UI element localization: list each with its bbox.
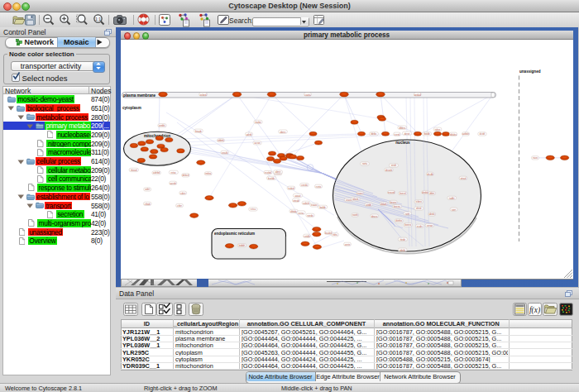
svg-text:caota: caota [304, 93, 310, 96]
svg-text:adrdt: adrdt [246, 132, 251, 136]
svg-text:arete: arete [344, 242, 350, 246]
svg-text:roedo: roedo [307, 213, 313, 217]
svg-text:cetdb: cetdb [304, 234, 309, 237]
svg-text:obbrb: obbrb [218, 139, 224, 142]
svg-text:dbbro: dbbro [399, 126, 405, 129]
svg-text:ctbab: ctbab [144, 202, 150, 205]
svg-text:nucleus: nucleus [395, 141, 410, 145]
svg-text:eaaoc: eaaoc [311, 203, 318, 207]
svg-text:ttdra: ttdra [333, 233, 337, 237]
svg-text:cytoplasm: cytoplasm [122, 105, 141, 109]
svg-text:aobde: aobde [462, 132, 468, 136]
svg-text:derot: derot [404, 131, 409, 135]
svg-text:rbeod: rbeod [131, 169, 137, 172]
svg-text:ecobd: ecobd [265, 171, 271, 174]
svg-text:becea: becea [394, 205, 400, 208]
svg-text:unassigned: unassigned [519, 69, 541, 73]
svg-text:deoob: deoob [385, 168, 391, 171]
svg-text:bdddt: bdddt [238, 244, 244, 247]
svg-text:redoa: redoa [204, 172, 211, 175]
svg-text:tcbeo: tcbeo [415, 200, 421, 203]
svg-text:dtbtr: dtbtr [429, 192, 434, 195]
svg-text:tabar: tabar [434, 127, 440, 131]
svg-text:cerae: cerae [426, 224, 433, 227]
svg-text:rctca: rctca [250, 208, 256, 211]
svg-text:tdetb: tdetb [400, 248, 405, 251]
svg-text:caocr: caocr [356, 192, 362, 195]
svg-text:ecbed: ecbed [199, 93, 206, 96]
svg-text:teabe: teabe [255, 121, 261, 124]
svg-text:deddc: deddc [422, 191, 428, 194]
svg-text:batbb: batbb [319, 205, 326, 208]
svg-text:ttede: ttede [400, 237, 405, 241]
svg-text:abrdc: abrdc [428, 213, 435, 216]
svg-text:braab: braab [195, 129, 202, 132]
svg-text:rceto: rceto [315, 184, 321, 188]
svg-text:drtrd: drtrd [416, 207, 421, 210]
svg-text:adebd: adebd [153, 171, 160, 174]
svg-text:tcded: tcded [288, 186, 294, 189]
svg-text:eteab: eteab [293, 198, 299, 202]
svg-text:1:1: 1:1 [95, 17, 101, 22]
svg-text:abrct: abrct [275, 170, 280, 174]
svg-text:roorb: roorb [352, 213, 357, 217]
svg-text:borcd: borcd [400, 192, 406, 195]
svg-text:endoplasmic reticulum: endoplasmic reticulum [214, 231, 255, 235]
svg-text:beero: beero [404, 223, 411, 227]
svg-text:otrad: otrad [460, 176, 466, 179]
svg-text:retoc: retoc [170, 170, 176, 174]
svg-text:dctdt: dctdt [479, 132, 484, 136]
svg-text:crbrr: crbrr [177, 204, 182, 208]
svg-text:beoro: beoro [390, 201, 396, 204]
svg-text:ecdrr: ecdrr [417, 224, 423, 227]
svg-text:baabd: baabd [324, 231, 331, 234]
svg-text:aoaat: aoaat [294, 194, 300, 197]
svg-text:rottt: rottt [405, 212, 409, 215]
svg-text:tadbt: tadbt [449, 196, 455, 199]
svg-text:eoaod: eoaod [388, 191, 395, 194]
svg-text:ddadr: ddadr [380, 202, 386, 205]
svg-text:drcdb: drcdb [427, 172, 433, 175]
svg-text:cderr: cderr [180, 191, 186, 194]
svg-text:ddaba: ddaba [449, 132, 456, 136]
svg-text:bbtbc: bbtbc [371, 132, 377, 136]
svg-text:rarta: rarta [362, 162, 367, 165]
svg-text:aeddc: aeddc [159, 124, 165, 127]
svg-text:totrt: totrt [452, 208, 456, 211]
svg-text:rtaro: rtaro [533, 156, 538, 160]
svg-text:tbddb: tbddb [423, 132, 430, 136]
svg-text:rdecb: rdecb [352, 198, 359, 201]
svg-text:ceedo: ceedo [301, 184, 308, 187]
svg-text:drbda: drbda [290, 209, 297, 213]
svg-text:cabcb: cabcb [303, 201, 309, 204]
svg-text:atddt: atddt [366, 203, 371, 206]
svg-text:oberc: oberc [280, 130, 286, 133]
svg-text:aoreb: aoreb [170, 181, 176, 184]
svg-text:plasma membrane: plasma membrane [123, 93, 156, 97]
svg-text:oeatb: oeatb [222, 151, 228, 154]
svg-text:tcerd: tcerd [394, 132, 400, 136]
svg-text:bcebb: bcebb [268, 176, 275, 179]
svg-text:debcd: debcd [182, 174, 189, 177]
svg-text:dorbo: dorbo [395, 219, 402, 222]
svg-text:acroe: acroe [254, 141, 261, 145]
svg-text:odtrt: odtrt [145, 188, 150, 191]
svg-text:ectra: ectra [298, 211, 304, 214]
svg-text:f(x): f(x) [529, 306, 540, 315]
svg-text:errdt: errdt [391, 164, 396, 167]
svg-text:deara: deara [371, 214, 377, 218]
svg-text:oedad: oedad [414, 93, 420, 96]
